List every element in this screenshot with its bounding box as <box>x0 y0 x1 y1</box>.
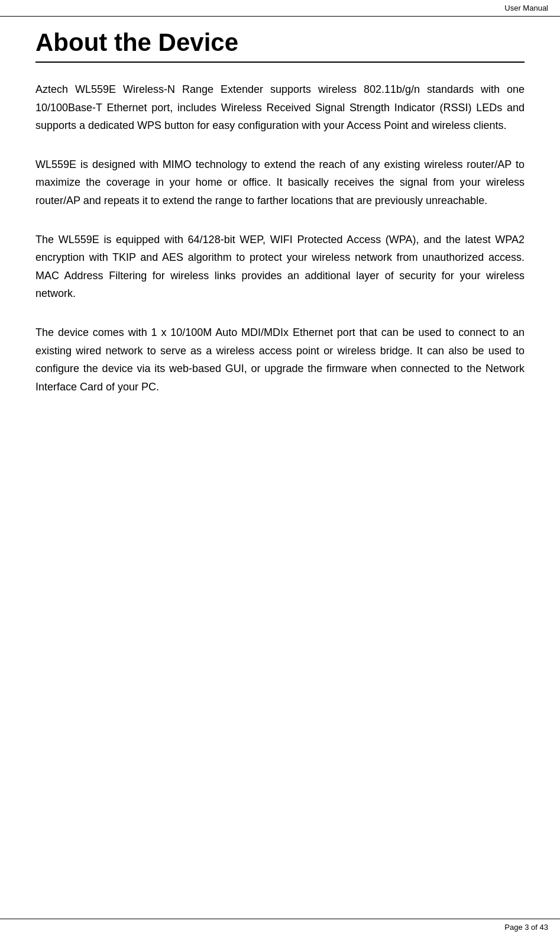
paragraph-4: The device comes with 1 x 10/100M Auto M… <box>35 324 525 396</box>
header-bar: User Manual <box>0 0 560 17</box>
page-content: About the Device Aztech WL559E Wireless-… <box>0 17 560 452</box>
footer-text: Page 3 of 43 <box>504 923 548 932</box>
header-title: User Manual <box>504 4 548 12</box>
page-main-title: About the Device <box>35 28 525 63</box>
paragraph-1: Aztech WL559E Wireless-N Range Extender … <box>35 80 525 135</box>
paragraph-3: The WL559E is equipped with 64/128-bit W… <box>35 231 525 303</box>
paragraph-2: WL559E is designed with MIMO technology … <box>35 156 525 210</box>
footer-bar: Page 3 of 43 <box>0 919 560 935</box>
